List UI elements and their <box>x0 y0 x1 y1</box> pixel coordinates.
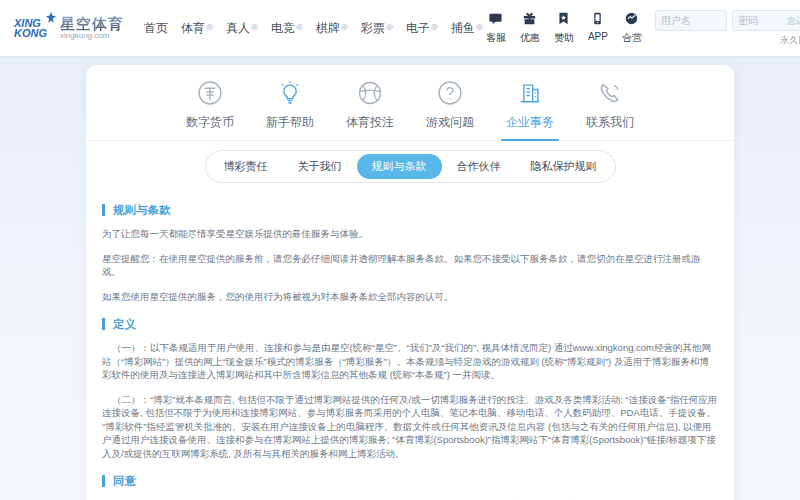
tab-beginner-help[interactable]: 新手帮助 <box>254 73 326 140</box>
rules-paragraph: 为了让您每一天都能尽情享受星空娱乐提供的最佳服务与体验。 <box>102 227 718 241</box>
content-card: 数字货币 新手帮助 体育投注 游戏问题 企业事务 <box>86 65 734 500</box>
subtab-gambling-responsibility[interactable]: 博彩责任 <box>209 154 283 179</box>
subtab-partners[interactable]: 合作伙伴 <box>442 154 516 179</box>
dropdown-circle-icon: ◎ <box>251 22 258 31</box>
top-header: XING KONG 星空体育 xingkong.com 首页 体育◎ 真人◎ 电… <box>0 0 800 56</box>
dropdown-circle-icon: ◎ <box>431 22 438 31</box>
customer-service-link[interactable]: 客服 <box>483 11 509 45</box>
building-icon <box>516 93 544 110</box>
subtab-rules-terms[interactable]: 规则与条款 <box>357 154 442 179</box>
section-title-agreement: 同意 <box>102 475 718 487</box>
lightbulb-icon <box>276 93 304 110</box>
shortcut-label: 赞助 <box>554 31 574 45</box>
shortcut-label: 客服 <box>486 31 506 45</box>
shortcut-label: 合营 <box>622 31 642 45</box>
promotions-link[interactable]: 优惠 <box>517 11 543 45</box>
partner-icon <box>625 11 638 29</box>
terms-content: 规则与条款 为了让您每一天都能尽情享受星空娱乐提供的最佳服务与体验。 星空提醒您… <box>86 183 734 500</box>
rules-paragraph: 如果您使用星空提供的服务，您的使用行为将被视为对本服务条款全部内容的认可。 <box>102 290 718 304</box>
main-nav: 首页 体育◎ 真人◎ 电竞◎ 棋牌◎ 彩票◎ 电子◎ 捕鱼◎ <box>144 20 483 37</box>
rules-paragraph: 星空提醒您：在使用星空提供的服务前，请您务必仔细阅读并透彻理解本服务条款。如果您… <box>102 252 718 279</box>
section-title-rules: 规则与条款 <box>102 204 718 216</box>
dropdown-circle-icon: ◎ <box>296 22 303 31</box>
app-download-link[interactable]: APP <box>585 11 611 45</box>
section-title-definitions: 定义 <box>102 318 718 330</box>
logo-domain: xingkong.com <box>60 31 124 40</box>
dropdown-circle-icon: ◎ <box>341 22 348 31</box>
enterprise-sub-tabs: 博彩责任 关于我们 规则与条款 合作伙伴 隐私保护规则 <box>205 150 616 183</box>
subtab-privacy-rules[interactable]: 隐私保护规则 <box>516 154 612 179</box>
nav-item-fishing[interactable]: 捕鱼◎ <box>451 20 483 37</box>
phone-handset-icon <box>596 93 624 110</box>
nav-item-slots[interactable]: 电子◎ <box>406 20 438 37</box>
sponsor-badge-icon <box>557 11 570 29</box>
logo-star-icon <box>45 12 57 24</box>
logo[interactable]: XING KONG 星空体育 xingkong.com <box>14 16 124 40</box>
question-circle-icon <box>436 93 464 110</box>
logo-en-text: XING KONG <box>14 18 55 38</box>
dropdown-circle-icon: ◎ <box>476 22 483 31</box>
definitions-paragraph: （二）：“博彩”就本条规而言, 包括但不限于通过博彩网站提供的任何及/或一切博彩… <box>102 393 718 461</box>
permanent-url-text: 永久网址: xingkong.com <box>780 34 800 47</box>
tab-enterprise-affairs[interactable]: 企业事务 <box>494 73 566 140</box>
nav-item-lottery[interactable]: 彩票◎ <box>361 20 393 37</box>
tab-game-questions[interactable]: 游戏问题 <box>414 73 486 140</box>
logo-cn-name: 星空体育 <box>60 16 124 31</box>
mobile-phone-icon <box>591 11 604 29</box>
nav-item-home[interactable]: 首页 <box>144 20 168 37</box>
username-input[interactable] <box>655 10 727 31</box>
nav-item-esports[interactable]: 电竞◎ <box>271 20 303 37</box>
shortcut-label: 优惠 <box>520 31 540 45</box>
dropdown-circle-icon: ◎ <box>386 22 393 31</box>
logo-en-line2: KONG <box>14 28 47 38</box>
gift-icon <box>523 11 536 29</box>
subtab-about-us[interactable]: 关于我们 <box>283 154 357 179</box>
definitions-paragraph: （一）：以下条规适用于用户使用、连接和参与是由星空(统称“星空”、“我们”及“我… <box>102 341 718 382</box>
nav-item-chess[interactable]: 棋牌◎ <box>316 20 348 37</box>
auth-area: 忘记? 登录 注册 永久网址: xingkong.com <box>655 9 800 47</box>
nav-item-sports[interactable]: 体育◎ <box>181 20 213 37</box>
nav-item-live[interactable]: 真人◎ <box>226 20 258 37</box>
tab-digital-currency[interactable]: 数字货币 <box>174 73 246 140</box>
tab-sports-betting[interactable]: 体育投注 <box>334 73 406 140</box>
forgot-password-link[interactable]: 忘记? <box>787 15 800 28</box>
digital-currency-icon <box>196 93 224 110</box>
help-category-tabs: 数字货币 新手帮助 体育投注 游戏问题 企业事务 <box>86 73 734 141</box>
tab-contact-us[interactable]: 联系我们 <box>574 73 646 140</box>
affiliate-link[interactable]: 合营 <box>619 11 645 45</box>
chat-icon <box>489 11 502 29</box>
sponsor-link[interactable]: 赞助 <box>551 11 577 45</box>
shortcut-label: APP <box>588 31 608 42</box>
permanent-url: 永久网址: xingkong.com <box>780 34 800 47</box>
dropdown-circle-icon: ◎ <box>206 22 213 31</box>
header-shortcuts: 客服 优惠 赞助 APP 合营 <box>483 11 645 45</box>
basketball-icon <box>356 93 384 110</box>
